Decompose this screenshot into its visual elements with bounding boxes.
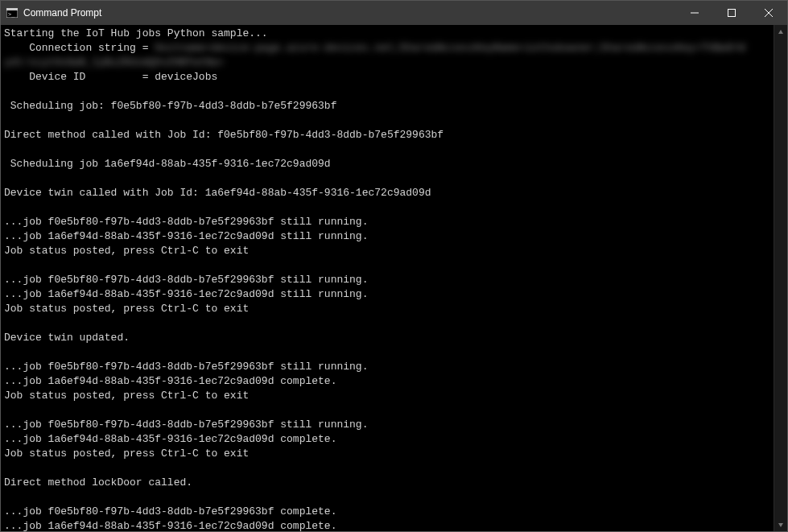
terminal-line: ...job 1a6ef94d-88ab-435f-9316-1ec72c9ad… (4, 519, 784, 531)
terminal-line (4, 345, 784, 360)
terminal-line: ...job f0e5bf80-f97b-4dd3-8ddb-b7e5f2996… (4, 505, 784, 519)
terminal-line: Device twin called with Job Id: 1a6ef94d… (4, 186, 784, 200)
terminal-line: ...job 1a6ef94d-88ab-435f-9316-1ec72c9ad… (4, 432, 784, 447)
svg-rect-1 (6, 8, 18, 10)
terminal-line: Job status posted, press Ctrl-C to exit (4, 302, 784, 316)
terminal-line: Device twin updated. (4, 331, 784, 345)
terminal-line (4, 461, 784, 476)
terminal-line: Direct method called with Job Id: f0e5bf… (4, 128, 784, 142)
terminal-line (4, 113, 784, 128)
svg-text:>_: >_ (8, 11, 15, 18)
close-button[interactable] (750, 1, 787, 25)
terminal-line: ydt/xcytHx0wN_IyBu2RdsmQXvZHBfwtNa= (4, 56, 784, 70)
terminal-line: Job status posted, press Ctrl-C to exit (4, 244, 784, 258)
terminal-line: ...job 1a6ef94d-88ab-435f-9316-1ec72c9ad… (4, 229, 784, 244)
svg-rect-4 (728, 10, 736, 17)
terminal-line: Device ID = deviceJobs (4, 70, 784, 85)
terminal-line (4, 316, 784, 331)
window-controls (676, 1, 787, 25)
terminal-line (4, 142, 784, 157)
svg-marker-7 (778, 30, 783, 34)
redacted-text: ydt/xcytHx0wN_IyBu2RdsmQXvZHBfwtNa= (4, 56, 224, 70)
terminal-output[interactable]: Starting the IoT Hub jobs Python sample.… (1, 25, 787, 531)
terminal-line (4, 171, 784, 186)
terminal-line: ...job f0e5bf80-f97b-4dd3-8ddb-b7e5f2996… (4, 360, 784, 374)
terminal-line: Job status posted, press Ctrl-C to exit (4, 389, 784, 403)
terminal-line: Scheduling job: f0e5bf80-f97b-4dd3-8ddb-… (4, 99, 784, 113)
vertical-scrollbar[interactable] (774, 25, 787, 531)
cmd-icon: >_ (6, 6, 19, 19)
terminal-line: Job status posted, press Ctrl-C to exit (4, 447, 784, 461)
scroll-up-arrow[interactable] (774, 25, 787, 39)
terminal-line: ...job f0e5bf80-f97b-4dd3-8ddb-b7e5f2996… (4, 273, 784, 287)
terminal-line (4, 403, 784, 418)
terminal-line: ...job f0e5bf80-f97b-4dd3-8ddb-b7e5f2996… (4, 418, 784, 432)
terminal-line: Connection string = Hostname=device-page… (4, 41, 784, 56)
terminal-line (4, 85, 784, 99)
maximize-button[interactable] (713, 1, 750, 25)
minimize-button[interactable] (676, 1, 713, 25)
terminal-line (4, 200, 784, 215)
redacted-text: Hostname=device-page.azure-devices.net;S… (155, 41, 745, 56)
window-title: Command Prompt (23, 7, 676, 19)
terminal-line (4, 258, 784, 273)
terminal-line: ...job 1a6ef94d-88ab-435f-9316-1ec72c9ad… (4, 374, 784, 389)
terminal-container: Starting the IoT Hub jobs Python sample.… (1, 25, 787, 531)
terminal-line: Starting the IoT Hub jobs Python sample.… (4, 27, 784, 41)
terminal-line: ...job f0e5bf80-f97b-4dd3-8ddb-b7e5f2996… (4, 215, 784, 229)
terminal-line: Direct method lockDoor called. (4, 476, 784, 490)
terminal-line: ...job 1a6ef94d-88ab-435f-9316-1ec72c9ad… (4, 287, 784, 302)
terminal-line: Scheduling job 1a6ef94d-88ab-435f-9316-1… (4, 157, 784, 171)
scroll-track[interactable] (774, 39, 787, 518)
terminal-line (4, 490, 784, 505)
scroll-down-arrow[interactable] (774, 518, 787, 531)
svg-marker-8 (778, 523, 783, 527)
titlebar: >_ Command Prompt (1, 1, 787, 25)
